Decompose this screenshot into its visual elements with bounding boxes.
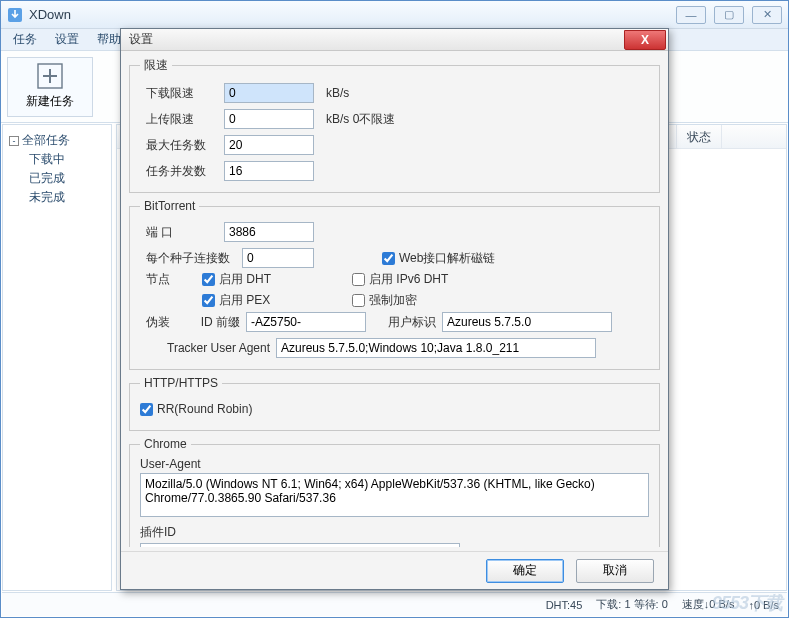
dialog-footer: 确定 取消 xyxy=(121,551,668,589)
tree: -全部任务 下载中 已完成 未完成 xyxy=(5,129,109,209)
checkbox-pex[interactable]: 启用 PEX xyxy=(202,292,352,309)
label-tracker-ua: Tracker User Agent xyxy=(140,341,270,355)
status-speed-up: ↑0 B/s xyxy=(748,599,779,611)
upload-hint: kB/s 0不限速 xyxy=(326,111,395,128)
checkbox-rr[interactable]: RR(Round Robin) xyxy=(140,402,252,416)
port-input[interactable] xyxy=(224,222,314,242)
checkbox-web-magnet-input[interactable] xyxy=(382,252,395,265)
label-userident: 用户标识 xyxy=(372,314,436,331)
label-port: 端 口 xyxy=(140,224,218,241)
userident-input[interactable] xyxy=(442,312,612,332)
new-task-label: 新建任务 xyxy=(26,93,74,110)
app-icon xyxy=(7,7,23,23)
checkbox-dht-input[interactable] xyxy=(202,273,215,286)
ok-button[interactable]: 确定 xyxy=(486,559,564,583)
plus-icon xyxy=(37,63,63,89)
status-speed-down: 速度↓0 B/s xyxy=(682,597,735,612)
window-controls: — ▢ ✕ xyxy=(676,6,782,24)
menu-tasks[interactable]: 任务 xyxy=(5,29,45,50)
legend-http: HTTP/HTTPS xyxy=(140,376,222,390)
upload-limit-input[interactable] xyxy=(224,109,314,129)
chrome-ua-textarea[interactable] xyxy=(140,473,649,517)
group-chrome: Chrome User-Agent 插件ID xyxy=(129,437,660,547)
status-queue: 下载: 1 等待: 0 xyxy=(596,597,668,612)
label-nodes: 节点 xyxy=(140,271,196,288)
app-title: XDown xyxy=(29,7,676,22)
dialog-titlebar[interactable]: 设置 X xyxy=(121,29,668,51)
settings-dialog: 设置 X 限速 下载限速 kB/s 上传限速 kB/s 0不限速 最大任务数 任… xyxy=(120,28,669,590)
tree-completed[interactable]: 已完成 xyxy=(5,169,109,188)
group-http: HTTP/HTTPS RR(Round Robin) xyxy=(129,376,660,431)
close-button[interactable]: ✕ xyxy=(752,6,782,24)
dialog-body: 限速 下载限速 kB/s 上传限速 kB/s 0不限速 最大任务数 任务并发数 … xyxy=(129,57,660,547)
statusbar: DHT:45 下载: 1 等待: 0 速度↓0 B/s ↑0 B/s xyxy=(2,592,787,616)
tree-downloading[interactable]: 下载中 xyxy=(5,150,109,169)
status-dht: DHT:45 xyxy=(546,599,583,611)
tree-root-all[interactable]: -全部任务 xyxy=(5,131,109,150)
peers-input[interactable] xyxy=(242,248,314,268)
menu-settings[interactable]: 设置 xyxy=(47,29,87,50)
label-chrome-ua: User-Agent xyxy=(140,457,649,471)
minimize-button[interactable]: — xyxy=(676,6,706,24)
checkbox-rr-input[interactable] xyxy=(140,403,153,416)
label-concurrency: 任务并发数 xyxy=(140,163,218,180)
col-status[interactable]: 状态 xyxy=(677,125,722,148)
unit-kbs-1: kB/s xyxy=(326,86,349,100)
label-max-tasks: 最大任务数 xyxy=(140,137,218,154)
main-titlebar[interactable]: XDown — ▢ ✕ xyxy=(1,1,788,29)
label-upload-limit: 上传限速 xyxy=(140,111,218,128)
download-limit-input[interactable] xyxy=(224,83,314,103)
checkbox-forceenc-input[interactable] xyxy=(352,294,365,307)
legend-chrome: Chrome xyxy=(140,437,191,451)
plugin-id-input[interactable] xyxy=(140,543,460,547)
checkbox-dht6-input[interactable] xyxy=(352,273,365,286)
idprefix-input[interactable] xyxy=(246,312,366,332)
label-download-limit: 下载限速 xyxy=(140,85,218,102)
checkbox-pex-input[interactable] xyxy=(202,294,215,307)
label-spoof: 伪装 xyxy=(140,314,180,331)
group-ratelimit: 限速 下载限速 kB/s 上传限速 kB/s 0不限速 最大任务数 任务并发数 xyxy=(129,57,660,193)
checkbox-forceenc[interactable]: 强制加密 xyxy=(352,292,502,309)
dialog-close-button[interactable]: X xyxy=(624,30,666,50)
concurrency-input[interactable] xyxy=(224,161,314,181)
checkbox-dht6[interactable]: 启用 IPv6 DHT xyxy=(352,271,502,288)
tree-root-label: 全部任务 xyxy=(22,133,70,147)
new-task-button[interactable]: 新建任务 xyxy=(7,57,93,117)
tree-toggle-icon[interactable]: - xyxy=(9,136,19,146)
checkbox-dht[interactable]: 启用 DHT xyxy=(202,271,352,288)
label-plugin-id: 插件ID xyxy=(140,524,649,541)
group-bittorrent: BitTorrent 端 口 每个种子连接数 Web接口解析磁链 节点 启用 D… xyxy=(129,199,660,370)
cancel-button[interactable]: 取消 xyxy=(576,559,654,583)
label-peers: 每个种子连接数 xyxy=(140,250,236,267)
legend-bt: BitTorrent xyxy=(140,199,199,213)
checkbox-web-magnet[interactable]: Web接口解析磁链 xyxy=(382,250,495,267)
tree-unfinished[interactable]: 未完成 xyxy=(5,188,109,207)
label-idprefix: ID 前缀 xyxy=(186,314,240,331)
sidebar: -全部任务 下载中 已完成 未完成 xyxy=(2,124,112,591)
dialog-title: 设置 xyxy=(129,31,624,48)
max-tasks-input[interactable] xyxy=(224,135,314,155)
legend-ratelimit: 限速 xyxy=(140,57,172,74)
maximize-button[interactable]: ▢ xyxy=(714,6,744,24)
tracker-ua-input[interactable] xyxy=(276,338,596,358)
